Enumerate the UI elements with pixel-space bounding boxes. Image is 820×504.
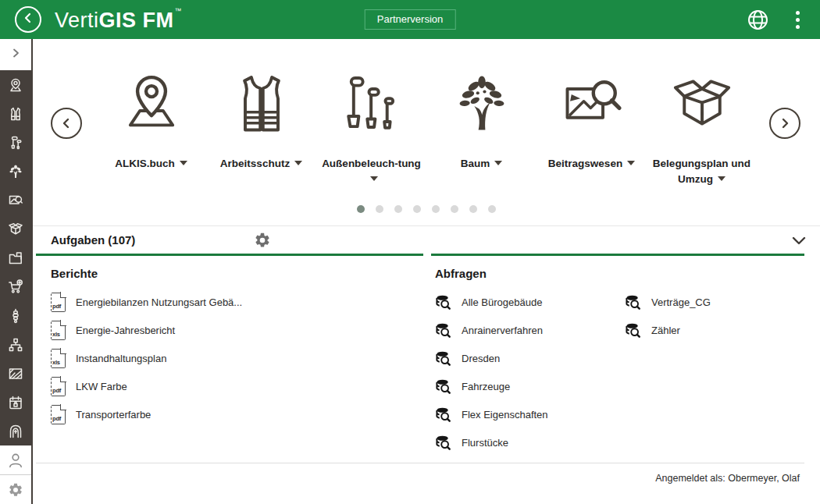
bericht-item[interactable]: pdf Transporterfarbe bbox=[51, 400, 423, 428]
pendant-light-icon bbox=[8, 308, 23, 324]
map-pin-icon bbox=[8, 77, 23, 93]
tree-icon bbox=[8, 164, 23, 179]
chevron-left-icon bbox=[59, 115, 74, 131]
bericht-item[interactable]: pdf LKW Farbe bbox=[51, 372, 423, 400]
sidebar-item-dokumente[interactable] bbox=[0, 243, 31, 272]
map-search-icon bbox=[8, 193, 23, 208]
xls-file-icon: xls bbox=[51, 349, 66, 368]
database-search-icon bbox=[625, 294, 641, 311]
module-arbeitsschutz[interactable]: Arbeitsschutz bbox=[206, 62, 316, 186]
sidebar-settings-button[interactable] bbox=[0, 475, 31, 504]
app-logo: VertiGIS FM™ bbox=[55, 7, 182, 33]
carousel-prev-button[interactable] bbox=[51, 108, 82, 139]
sidebar-item-organisation[interactable] bbox=[0, 330, 31, 359]
bericht-item[interactable]: xls Energie-Jahresbericht bbox=[51, 316, 423, 344]
bericht-item[interactable]: pdf Energiebilanzen Nutzungsart Gebä... bbox=[51, 288, 423, 316]
gear-icon bbox=[8, 482, 23, 498]
carousel-dot[interactable] bbox=[394, 205, 402, 213]
module-aussenbeleuchtung[interactable]: Außenbeleuch-tung bbox=[316, 62, 426, 186]
abfrage-item[interactable]: Alle Bürogebäude bbox=[435, 288, 625, 316]
abfrage-item[interactable]: Zähler bbox=[625, 316, 804, 344]
abfrage-item[interactable]: Dresden bbox=[435, 344, 625, 372]
aufgaben-collapse-button[interactable] bbox=[790, 232, 808, 249]
abfragen-subcolumn-1: Alle Bürogebäude Anrainerverfahren Dresd… bbox=[435, 288, 625, 456]
org-chart-icon bbox=[8, 337, 23, 353]
dropdown-caret-icon bbox=[718, 176, 726, 181]
sidebar-item-flaechen[interactable] bbox=[0, 359, 31, 388]
berichte-column: Berichte pdf Energiebilanzen Nutzungsart… bbox=[36, 256, 423, 456]
carousel-dot[interactable] bbox=[432, 205, 440, 213]
main-content: ALKIS.buch Arbeitsschutz bbox=[33, 39, 820, 504]
street-lamps-icon bbox=[339, 62, 405, 148]
aufgaben-settings-button[interactable] bbox=[254, 232, 271, 249]
globe-icon[interactable] bbox=[747, 9, 769, 31]
abfragen-column: Abfragen Alle Bürogebäude Anrainerverfah… bbox=[431, 256, 804, 456]
calendar-lock-icon bbox=[8, 395, 23, 410]
abfrage-item[interactable]: Flurstücke bbox=[435, 428, 625, 456]
sidebar-expand-button[interactable] bbox=[0, 39, 31, 70]
carousel-dot[interactable] bbox=[488, 205, 496, 213]
sidebar-footer bbox=[0, 445, 31, 504]
abfrage-item[interactable]: Flex Eigenschaften bbox=[435, 400, 625, 428]
aufgaben-header: Aufgaben (107) bbox=[33, 226, 820, 254]
sidebar-user-button[interactable] bbox=[0, 445, 31, 475]
database-search-icon bbox=[435, 294, 451, 311]
module-beitragswesen[interactable]: Beitragswesen bbox=[537, 62, 647, 186]
sidebar-item-alkis[interactable] bbox=[0, 70, 31, 99]
module-sidebar bbox=[0, 39, 33, 504]
berichte-heading: Berichte bbox=[51, 267, 423, 280]
module-baum[interactable]: Baum bbox=[426, 62, 537, 186]
module-alkis-buch[interactable]: ALKIS.buch bbox=[96, 62, 206, 186]
pdf-file-icon: pdf bbox=[51, 293, 66, 312]
vertigis-fm-app: VertiGIS FM™ Partnerversion bbox=[0, 0, 820, 504]
carousel-next-button[interactable] bbox=[769, 108, 800, 139]
folder-document-icon bbox=[8, 250, 23, 266]
safety-vest-icon bbox=[229, 62, 294, 148]
sidebar-item-belegungsplan[interactable] bbox=[0, 215, 31, 243]
database-search-icon bbox=[435, 350, 451, 367]
database-search-icon bbox=[435, 378, 451, 395]
carousel-dot[interactable] bbox=[451, 205, 458, 213]
app-header: VertiGIS FM™ Partnerversion bbox=[0, 0, 820, 39]
carousel-dot[interactable] bbox=[413, 205, 421, 213]
map-pin-icon bbox=[119, 62, 184, 148]
sidebar-item-belegung-kalender[interactable] bbox=[0, 388, 31, 417]
partnerversion-button[interactable]: Partnerversion bbox=[365, 9, 456, 30]
carousel-dot[interactable] bbox=[469, 205, 477, 213]
sidebar-item-beleuchtung[interactable] bbox=[0, 301, 31, 330]
chevron-left-icon bbox=[21, 11, 35, 28]
trademark: ™ bbox=[175, 7, 183, 15]
module-belegungsplan-umzug[interactable]: Belegungsplan und Umzug bbox=[647, 62, 757, 186]
memorial-arch-icon bbox=[8, 424, 23, 439]
dropdown-caret-icon bbox=[370, 176, 378, 181]
back-button[interactable] bbox=[15, 6, 41, 33]
carousel-dot[interactable] bbox=[357, 205, 365, 213]
street-lamp-icon bbox=[8, 135, 23, 151]
sidebar-item-baum[interactable] bbox=[0, 157, 31, 186]
sidebar-item-aussenbeleuchtung[interactable] bbox=[0, 128, 31, 157]
cart-plus-icon bbox=[8, 279, 23, 295]
sidebar-item-arbeitsschutz[interactable] bbox=[0, 99, 31, 128]
abfrage-item[interactable]: Fahrzeuge bbox=[435, 372, 625, 400]
sidebar-item-beschaffung[interactable] bbox=[0, 272, 31, 301]
database-search-icon bbox=[435, 435, 451, 451]
overflow-menu-icon[interactable] bbox=[794, 9, 801, 30]
gear-icon bbox=[254, 232, 271, 249]
sidebar-item-friedhof[interactable] bbox=[0, 417, 31, 445]
open-box-icon bbox=[669, 62, 735, 148]
abfrage-item[interactable]: Anrainerverfahren bbox=[435, 316, 625, 344]
abfrage-item[interactable]: Verträge_CG bbox=[625, 288, 804, 316]
xls-file-icon: xls bbox=[51, 321, 66, 340]
tree-icon bbox=[449, 62, 515, 148]
chevron-right-icon bbox=[777, 115, 793, 131]
dropdown-caret-icon bbox=[180, 161, 187, 165]
map-search-icon bbox=[559, 62, 625, 148]
dropdown-caret-icon bbox=[494, 161, 502, 165]
sidebar-item-beitragswesen[interactable] bbox=[0, 186, 31, 215]
pdf-file-icon: pdf bbox=[51, 405, 66, 424]
carousel-dot[interactable] bbox=[376, 205, 383, 213]
bericht-item[interactable]: xls Instandhaltungsplan bbox=[51, 344, 423, 372]
map-icon bbox=[8, 366, 23, 382]
carousel-items: ALKIS.buch Arbeitsschutz bbox=[33, 62, 820, 186]
person-icon bbox=[7, 452, 24, 469]
